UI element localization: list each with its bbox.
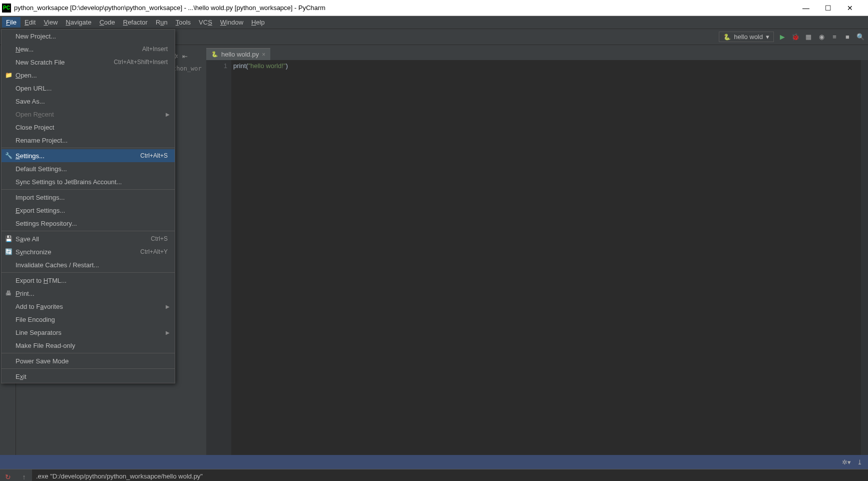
run-config-name: hello wold xyxy=(734,33,763,41)
file-menu-item[interactable]: Invalidate Caches / Restart... xyxy=(2,258,175,271)
run-button[interactable]: ▶ xyxy=(778,33,787,42)
run-settings-icon[interactable]: ✲▾ xyxy=(842,457,851,466)
menu-item-label: Power Save Mode xyxy=(16,357,69,365)
close-button[interactable]: ✕ xyxy=(846,4,854,12)
file-menu-item[interactable]: Close Project xyxy=(2,121,175,134)
menu-item-label: Import Settings... xyxy=(16,194,65,201)
file-menu-item[interactable]: New Project... xyxy=(2,30,175,43)
menu-item-label: Open URL... xyxy=(16,85,52,92)
stop-button[interactable]: ≡ xyxy=(830,33,839,42)
minimize-button[interactable]: — xyxy=(802,4,810,12)
code-content[interactable]: print("hello world!") xyxy=(231,60,861,455)
file-menu-item[interactable]: Export Settings... xyxy=(2,204,175,217)
menu-item-label: New Scratch File xyxy=(16,59,65,66)
menu-separator xyxy=(2,231,175,231)
menu-file[interactable]: File xyxy=(2,17,21,28)
file-menu-item[interactable]: 📁Open... xyxy=(2,69,175,82)
menu-item-label: Settings... xyxy=(16,152,45,160)
search-button[interactable]: 🔍 xyxy=(856,33,865,42)
file-menu-item[interactable]: Save As... xyxy=(2,95,175,108)
menu-item-label: Open... xyxy=(16,72,37,79)
menu-refactor[interactable]: Refactor xyxy=(119,17,152,28)
menu-separator xyxy=(2,272,175,273)
file-menu-item[interactable]: Open URL... xyxy=(2,82,175,95)
menu-view[interactable]: View xyxy=(40,17,62,28)
menu-item-label: Close Project xyxy=(16,124,54,131)
error-stripe xyxy=(861,60,868,455)
python-icon: 🐍 xyxy=(723,34,731,41)
tab-filename: hello wold.py xyxy=(221,51,259,58)
coverage-button[interactable]: ▦ xyxy=(804,33,813,42)
file-menu-item[interactable]: 🖶Print... xyxy=(2,287,175,300)
submenu-arrow-icon: ▶ xyxy=(166,330,170,335)
file-menu-item[interactable]: 🔄SynchronizeCtrl+Alt+Y xyxy=(2,245,175,258)
file-menu-item[interactable]: Rename Project... xyxy=(2,134,175,147)
profile-button[interactable]: ◉ xyxy=(817,33,826,42)
run-tool-header: ✲▾ ⤓ xyxy=(0,455,868,469)
menu-item-label: Rename Project... xyxy=(16,137,68,144)
run-hide-icon[interactable]: ⤓ xyxy=(855,457,864,466)
file-menu-item[interactable]: Export to HTML... xyxy=(2,274,175,287)
menu-navigate[interactable]: Navigate xyxy=(62,17,95,28)
menu-shortcut: Alt+Insert xyxy=(142,46,168,53)
file-menu-item[interactable]: New...Alt+Insert xyxy=(2,43,175,56)
dropdown-arrow-icon: ▾ xyxy=(766,33,769,41)
menu-item-label: Open Recent xyxy=(16,111,54,118)
window-title: python_worksapce [D:\develop\python\pyth… xyxy=(14,4,802,12)
file-menu-item[interactable]: New Scratch FileCtrl+Alt+Shift+Insert xyxy=(2,56,175,69)
file-menu-item[interactable]: Settings Repository... xyxy=(2,217,175,230)
file-menu-item[interactable]: 🔧Settings...Ctrl+Alt+S xyxy=(2,149,175,162)
run-tool-window: ↻ ▣ 📌 ✕ ↑ ↓ ▤ 🖶 🗑 .exe "D:/develop/pytho… xyxy=(0,469,868,481)
run-output[interactable]: .exe "D:/develop/python/python_worksapce… xyxy=(32,469,868,481)
file-menu-item[interactable]: Power Save Mode xyxy=(2,354,175,367)
file-menu-item[interactable]: File Encoding xyxy=(2,313,175,326)
menu-item-label: New Project... xyxy=(16,33,56,40)
menu-item-label: Save All xyxy=(16,235,39,243)
menu-item-label: Export to HTML... xyxy=(16,277,67,284)
line-gutter: 1 xyxy=(206,60,231,455)
file-menu-item[interactable]: Add to Favorites▶ xyxy=(2,300,175,313)
menu-bar: File Edit View Navigate Code Refactor Ru… xyxy=(0,16,868,29)
menu-separator xyxy=(2,368,175,369)
menu-tools[interactable]: Tools xyxy=(172,17,195,28)
run-config-selector[interactable]: 🐍 hello wold ▾ xyxy=(719,32,774,42)
file-menu-item[interactable]: Make File Read-only xyxy=(2,339,175,352)
save-icon: 💾 xyxy=(5,235,13,243)
project-tree-peek: thon_wor xyxy=(173,65,202,72)
menu-window[interactable]: Window xyxy=(216,17,247,28)
file-menu-item[interactable]: Exit xyxy=(2,370,175,383)
output-line: .exe "D:/develop/python/python_worksapce… xyxy=(36,472,864,480)
menu-item-label: Default Settings... xyxy=(16,165,67,173)
submenu-arrow-icon: ▶ xyxy=(166,304,170,309)
file-menu-item[interactable]: Sync Settings to JetBrains Account... xyxy=(2,175,175,188)
rerun-icon[interactable]: ↻ xyxy=(4,472,13,481)
maximize-button[interactable]: ☐ xyxy=(824,4,832,12)
pycharm-icon: PC xyxy=(2,4,11,13)
window-controls: — ☐ ✕ xyxy=(802,4,854,12)
file-menu-item[interactable]: Default Settings... xyxy=(2,162,175,175)
menu-edit[interactable]: Edit xyxy=(21,17,40,28)
file-menu-item[interactable]: Import Settings... xyxy=(2,191,175,204)
file-menu-item[interactable]: Line Separators▶ xyxy=(2,326,175,339)
menu-run[interactable]: Run xyxy=(152,17,172,28)
file-menu-item[interactable]: 💾Save AllCtrl+S xyxy=(2,232,175,245)
collapse-icon[interactable]: ⇤ xyxy=(182,53,188,60)
code-fn: print xyxy=(233,62,246,70)
menu-shortcut: Ctrl+Alt+Shift+Insert xyxy=(114,59,168,66)
menu-item-label: New... xyxy=(16,46,34,53)
tab-close-icon[interactable]: × xyxy=(262,51,265,58)
up-trace-icon[interactable]: ↑ xyxy=(20,472,29,481)
menu-item-label: Export Settings... xyxy=(16,207,65,214)
menu-help[interactable]: Help xyxy=(247,17,269,28)
run-left-toolbar-2: ↑ ↓ ▤ 🖶 🗑 xyxy=(16,469,32,481)
menu-item-label: File Encoding xyxy=(16,316,55,323)
menu-vcs[interactable]: VCS xyxy=(195,17,216,28)
update-button[interactable]: ■ xyxy=(843,33,852,42)
debug-button[interactable]: 🐞 xyxy=(791,33,800,42)
menu-separator xyxy=(2,148,175,148)
editor-tab[interactable]: 🐍 hello wold.py × xyxy=(206,48,270,60)
menu-item-label: Line Separators xyxy=(16,329,62,336)
menu-shortcut: Ctrl+Alt+S xyxy=(140,152,168,159)
menu-code[interactable]: Code xyxy=(96,17,119,28)
menu-item-label: Print... xyxy=(16,290,35,297)
